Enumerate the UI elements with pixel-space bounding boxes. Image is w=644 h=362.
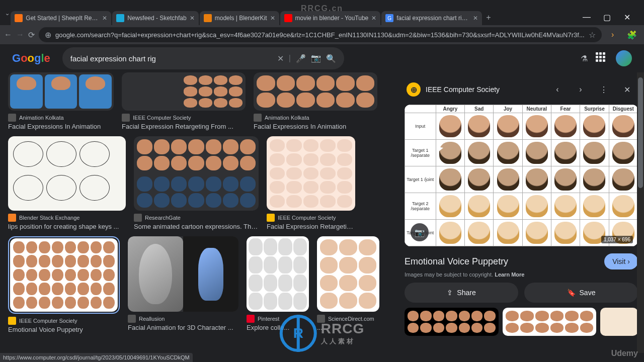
detail-prev-button[interactable]: ‹ xyxy=(548,80,567,99)
url-bar[interactable]: ⊕ google.com/search?q=facial+expression+… xyxy=(39,27,602,42)
image-result-selected[interactable]: IEEE Computer Society Emotional Voice Pu… xyxy=(8,236,120,333)
detail-next-button[interactable]: › xyxy=(572,80,590,99)
image-result[interactable]: ScienceDirect.com ... xyxy=(317,236,379,333)
minimize-button[interactable]: — xyxy=(580,13,594,22)
result-source: Reallusion xyxy=(139,316,165,322)
source-favicon-icon xyxy=(247,315,255,323)
detail-close-button[interactable]: ✕ xyxy=(618,80,636,99)
close-window-button[interactable]: ✕ xyxy=(620,13,634,22)
result-source: ScienceDirect.com xyxy=(328,316,374,322)
favicon-blenderkit xyxy=(204,14,212,22)
voice-search-icon[interactable]: 🎤 xyxy=(296,54,306,63)
result-source: IEEE Computer Society xyxy=(278,215,336,221)
detail-source-favicon-icon: ⊕ xyxy=(407,82,421,97)
source-favicon-icon xyxy=(8,214,16,222)
source-favicon-icon xyxy=(267,214,275,222)
page-scrollbar[interactable] xyxy=(637,72,644,353)
lens-search-icon[interactable]: 📷 xyxy=(311,53,321,63)
clear-search-icon[interactable]: ✕ xyxy=(277,54,284,63)
tab-sheepit[interactable]: Get Started | SheepIt Render Fa ✕ xyxy=(11,11,111,25)
tab-title: Newsfeed - Sketchfab xyxy=(127,15,186,22)
image-result[interactable]: Animation Kolkata Facial Expressions In … xyxy=(8,72,114,130)
col-header: Sad xyxy=(465,105,494,113)
favicon-sheepit xyxy=(15,14,23,22)
col-header: Surprise xyxy=(580,105,609,113)
google-apps-icon[interactable] xyxy=(596,52,608,64)
tab-sketchfab[interactable]: Newsfeed - Sketchfab ✕ xyxy=(112,11,198,25)
favicon-sketchfab xyxy=(116,14,124,22)
bookmark-star-icon[interactable]: ☆ xyxy=(589,30,596,40)
image-result[interactable]: Blender Stack Exchange lips position for… xyxy=(8,136,126,230)
site-info-icon[interactable]: ⊕ xyxy=(45,30,51,40)
new-tab-button[interactable]: + xyxy=(483,10,494,25)
image-result[interactable]: IEEE Computer Society Facial Expression … xyxy=(122,72,246,130)
image-dimensions: 1,037 × 696 xyxy=(601,236,633,243)
save-button[interactable]: 🔖Save xyxy=(524,283,638,303)
result-title: Some animated cartoon expressions. The .… xyxy=(134,223,259,230)
col-header: Angry xyxy=(436,105,464,113)
copyright-notice: Images may be subject to copyright. Lear… xyxy=(405,272,638,278)
row-header: Target 2 /separate xyxy=(405,193,436,220)
tab-google-active[interactable]: G facial expression chart rig - Goo ✕ xyxy=(381,11,482,25)
tabs-row: Get Started | SheepIt Render Fa ✕ Newsfe… xyxy=(11,8,574,25)
source-favicon-icon xyxy=(134,214,142,222)
image-result[interactable]: Reallusion Facial Animation for 3D Chara… xyxy=(128,236,238,333)
tab-title: models | BlenderKit xyxy=(215,15,267,22)
source-favicon-icon xyxy=(254,114,262,122)
image-results-grid: Animation Kolkata Facial Expressions In … xyxy=(0,72,403,362)
status-bar: https://www.computer.org/csdl/journal/tg… xyxy=(0,353,193,362)
col-header: Joy xyxy=(494,105,522,113)
image-result[interactable]: IEEE Computer Society Facial Expression … xyxy=(267,136,355,230)
row-header: Target 1 /separate xyxy=(405,140,436,166)
search-input[interactable] xyxy=(70,54,272,63)
image-result[interactable]: ResearchGate Some animated cartoon expre… xyxy=(134,136,259,230)
detail-main-image[interactable]: Angry Sad Joy Neutural Fear Surprise Dis… xyxy=(405,105,638,246)
detail-source-name[interactable]: IEEE Computer Society xyxy=(426,85,543,94)
detail-more-icon[interactable]: ⋮ xyxy=(595,80,613,99)
window-controls: — ▢ ✕ xyxy=(574,10,640,25)
result-title: lips position for creating shape keys ..… xyxy=(8,223,126,230)
tab-close-icon[interactable]: ✕ xyxy=(102,15,107,22)
result-source: IEEE Computer Society xyxy=(19,318,77,324)
tab-blenderkit[interactable]: models | BlenderKit ✕ xyxy=(200,11,279,25)
forward-button[interactable]: → xyxy=(16,28,24,42)
tab-close-icon[interactable]: ✕ xyxy=(473,15,478,22)
tab-youtube[interactable]: movie in blender - YouTube ✕ xyxy=(280,11,381,25)
url-text: google.com/search?q=facial+expression+ch… xyxy=(55,31,585,39)
share-button[interactable]: ⇪Share xyxy=(405,283,518,303)
result-title: ... xyxy=(317,324,379,331)
account-avatar[interactable] xyxy=(616,50,632,66)
related-images-row xyxy=(405,308,638,336)
google-logo[interactable]: Google xyxy=(12,52,50,65)
detail-title[interactable]: Emotional Voice Puppetry xyxy=(405,256,508,267)
related-thumb[interactable] xyxy=(405,308,499,336)
tabs-overflow-icon[interactable]: ˇ xyxy=(4,10,11,25)
extensions-puzzle-icon[interactable]: 🧩 xyxy=(625,28,639,42)
favicon-google: G xyxy=(385,14,393,22)
related-thumb[interactable] xyxy=(503,308,597,336)
source-favicon-icon xyxy=(8,317,16,325)
image-result[interactable]: Pinterest Explore colle... xyxy=(247,236,309,333)
col-header: Fear xyxy=(551,105,580,113)
tab-close-icon[interactable]: ✕ xyxy=(190,15,195,22)
reload-button[interactable]: ⟳ xyxy=(28,28,35,42)
extension-icon[interactable]: › xyxy=(606,28,620,42)
back-button[interactable]: ← xyxy=(4,28,12,42)
search-button-icon[interactable]: 🔍 xyxy=(326,54,336,63)
result-title: Facial Animation for 3D Character ... xyxy=(128,324,238,331)
related-thumb[interactable] xyxy=(600,308,638,336)
learn-more-link[interactable]: Learn More xyxy=(495,272,524,278)
row-header: Input xyxy=(405,113,436,140)
result-title: Explore colle... xyxy=(247,324,309,331)
image-lens-button[interactable]: 📷 xyxy=(411,223,429,241)
labs-flask-icon[interactable]: ⚗ xyxy=(581,54,588,63)
favicon-youtube xyxy=(284,14,292,22)
maximize-button[interactable]: ▢ xyxy=(600,13,614,22)
tab-close-icon[interactable]: ✕ xyxy=(270,15,275,22)
visit-button[interactable]: Visit› xyxy=(604,253,638,269)
tab-title: movie in blender - YouTube xyxy=(295,15,369,22)
result-title: Facial Expressions In Animation xyxy=(254,123,377,130)
image-result[interactable]: Animation Kolkata Facial Expressions In … xyxy=(254,72,377,130)
tab-close-icon[interactable]: ✕ xyxy=(371,15,376,22)
search-box: ✕ | 🎤 📷 🔍 xyxy=(62,47,344,69)
